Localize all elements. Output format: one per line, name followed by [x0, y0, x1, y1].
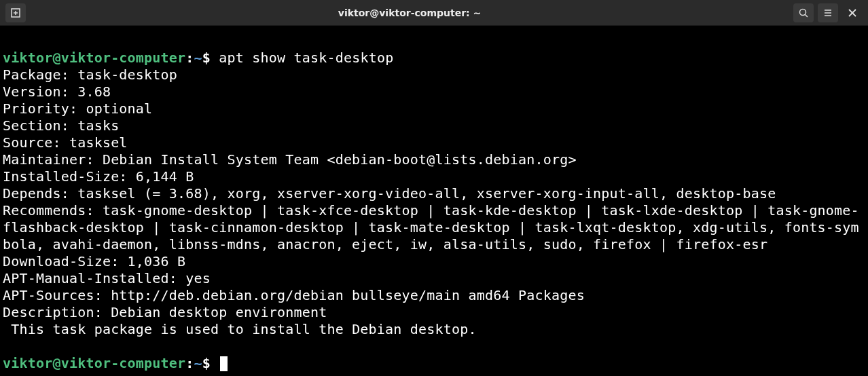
prompt-path-2: ~: [194, 355, 202, 371]
out-source: Source: tasksel: [3, 134, 128, 151]
search-button[interactable]: [793, 3, 814, 22]
prompt-line-2: viktor@viktor-computer:~$: [3, 355, 228, 371]
out-apt-manual: APT-Manual-Installed: yes: [3, 270, 211, 286]
titlebar-left: [5, 3, 26, 22]
svg-line-4: [806, 14, 808, 17]
out-recommends: Recommends: task-gnome-desktop | task-xf…: [3, 202, 859, 252]
out-desc-body: This task package is used to install the…: [3, 321, 477, 337]
prompt-user-host-2: viktor@viktor-computer: [3, 355, 185, 371]
new-tab-icon: [10, 7, 21, 18]
out-maintainer: Maintainer: Debian Install System Team <…: [3, 151, 577, 168]
out-priority: Priority: optional: [3, 100, 152, 117]
close-button[interactable]: [842, 3, 863, 22]
out-depends: Depends: tasksel (= 3.68), xorg, xserver…: [3, 185, 776, 202]
prompt-dollar: $: [202, 50, 211, 66]
prompt-user-host: viktor@viktor-computer: [3, 50, 185, 66]
search-icon: [798, 7, 809, 18]
command-text: apt show task-desktop: [219, 50, 393, 66]
out-section: Section: tasks: [3, 117, 119, 134]
titlebar-right: [793, 3, 863, 22]
hamburger-icon: [822, 7, 833, 18]
out-version: Version: 3.68: [3, 83, 111, 100]
prompt-colon: :: [185, 50, 194, 66]
cursor: [220, 356, 228, 371]
close-icon: [848, 8, 857, 18]
new-tab-button[interactable]: [5, 3, 26, 22]
out-description: Description: Debian desktop environment: [3, 304, 327, 320]
out-package: Package: task-desktop: [3, 67, 177, 83]
titlebar: viktor@viktor-computer: ~: [0, 0, 868, 26]
prompt-line-1: viktor@viktor-computer:~$ apt show task-…: [3, 50, 393, 66]
svg-point-3: [800, 9, 806, 15]
prompt-colon-2: :: [185, 355, 194, 371]
out-download-size: Download-Size: 1,036 B: [3, 253, 185, 269]
out-installed-size: Installed-Size: 6,144 B: [3, 168, 194, 185]
prompt-path: ~: [194, 50, 202, 66]
menu-button[interactable]: [818, 3, 838, 22]
out-apt-sources: APT-Sources: http://deb.debian.org/debia…: [3, 287, 585, 303]
prompt-dollar-2: $: [202, 355, 211, 371]
window-title: viktor@viktor-computer: ~: [26, 7, 793, 18]
terminal-body[interactable]: viktor@viktor-computer:~$ apt show task-…: [0, 26, 868, 375]
